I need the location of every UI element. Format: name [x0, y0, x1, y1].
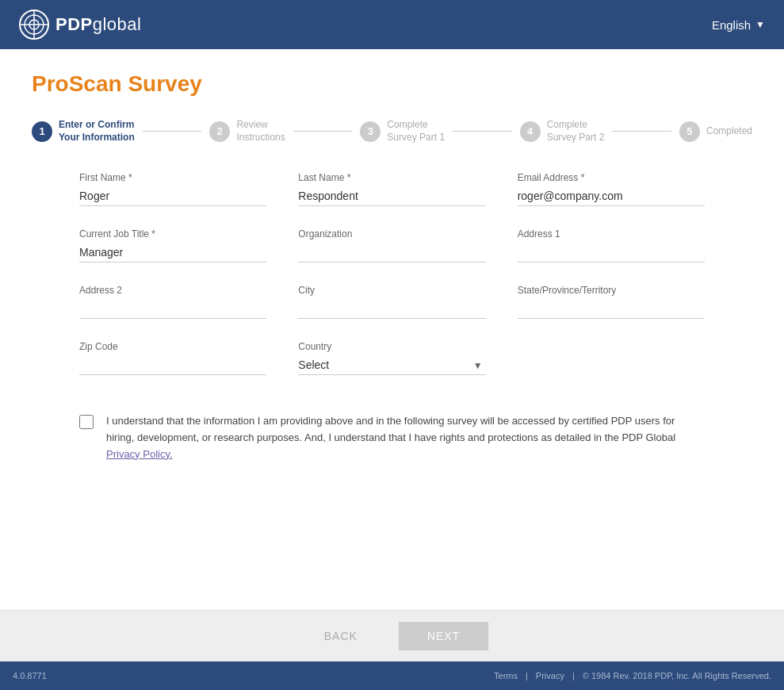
step-2: 2 ReviewInstructions — [209, 119, 285, 144]
next-button[interactable]: NEXT — [399, 622, 488, 650]
last-name-label: Last Name * — [298, 172, 485, 183]
pdp-logo-icon — [19, 10, 49, 40]
address1-field: Address 1 — [518, 228, 705, 263]
back-button[interactable]: BACK — [296, 622, 386, 650]
country-field: Country Select United States Canada Unit… — [298, 341, 485, 375]
step-connector-1 — [143, 131, 202, 132]
address2-label: Address 2 — [79, 285, 266, 296]
form-row-1: First Name * Last Name * Email Address * — [79, 172, 705, 206]
version-label: 4.0.8771 — [13, 671, 47, 680]
copyright-text: © 1984 Rev. 2018 PDP, Inc. All Rights Re… — [583, 671, 771, 680]
steps-container: 1 Enter or ConfirmYour Information 2 Rev… — [32, 119, 752, 144]
form-row-2: Current Job Title * Organization Address… — [79, 228, 705, 263]
last-name-input[interactable] — [298, 186, 485, 206]
step-2-label: ReviewInstructions — [236, 119, 285, 144]
organization-input[interactable] — [298, 243, 485, 263]
step-1-label: Enter or ConfirmYour Information — [59, 119, 135, 144]
job-title-input[interactable] — [79, 243, 266, 263]
step-4-label: CompleteSurvey Part 2 — [547, 119, 605, 144]
logo-text: PDPglobal — [55, 14, 141, 35]
zip-input[interactable] — [79, 355, 266, 375]
organization-field: Organization — [298, 228, 485, 263]
job-title-label: Current Job Title * — [79, 228, 266, 240]
consent-section: I understand that the information I am p… — [32, 397, 752, 478]
header: PDPglobal English ▼ — [0, 0, 784, 49]
country-select[interactable]: Select United States Canada United Kingd… — [298, 355, 485, 375]
step-3-circle: 3 — [360, 121, 381, 142]
address2-field: Address 2 — [79, 285, 266, 319]
first-name-field: First Name * — [79, 172, 266, 206]
privacy-policy-link[interactable]: Privacy Policy. — [106, 448, 173, 460]
step-5: 5 Completed — [679, 121, 752, 142]
state-field: State/Province/Territory — [518, 285, 705, 319]
consent-text: I understand that the information I am p… — [106, 413, 705, 462]
step-3-label: CompleteSurvey Part 1 — [387, 119, 445, 144]
zip-label: Zip Code — [79, 341, 266, 352]
first-name-label: First Name * — [79, 172, 266, 183]
language-selector[interactable]: English ▼ — [712, 18, 765, 32]
state-input[interactable] — [518, 299, 705, 319]
address2-input[interactable] — [79, 299, 266, 319]
empty-field — [518, 341, 705, 375]
email-input[interactable] — [518, 186, 705, 206]
last-name-field: Last Name * — [298, 172, 485, 206]
step-5-circle: 5 — [679, 121, 700, 142]
main-content: ProScan Survey 1 Enter or ConfirmYour In… — [0, 49, 784, 610]
city-field: City — [298, 285, 485, 319]
address1-label: Address 1 — [518, 228, 705, 240]
step-3: 3 CompleteSurvey Part 1 — [360, 119, 445, 144]
step-5-label: Completed — [706, 125, 752, 138]
bottom-footer: 4.0.8771 Terms | Privacy | © 1984 Rev. 2… — [0, 661, 784, 690]
button-bar: BACK NEXT — [0, 610, 784, 661]
city-input[interactable] — [298, 299, 485, 319]
privacy-link[interactable]: Privacy — [536, 671, 564, 680]
state-label: State/Province/Territory — [518, 285, 705, 296]
step-connector-2 — [293, 131, 353, 132]
step-1: 1 Enter or ConfirmYour Information — [32, 119, 135, 144]
organization-label: Organization — [298, 228, 485, 240]
consent-checkbox[interactable] — [79, 415, 94, 429]
form-row-4: Zip Code Country Select United States Ca… — [79, 341, 705, 375]
footer-links: Terms | Privacy | © 1984 Rev. 2018 PDP, … — [494, 671, 771, 680]
first-name-input[interactable] — [79, 186, 266, 206]
terms-link[interactable]: Terms — [494, 671, 518, 680]
step-4: 4 CompleteSurvey Part 2 — [520, 119, 605, 144]
form-section: First Name * Last Name * Email Address *… — [32, 172, 752, 375]
step-connector-4 — [612, 131, 671, 132]
email-label: Email Address * — [518, 172, 705, 183]
country-select-wrapper: Select United States Canada United Kingd… — [298, 355, 485, 375]
country-label: Country — [298, 341, 485, 352]
language-label: English — [712, 18, 751, 32]
step-connector-3 — [453, 131, 512, 132]
step-2-circle: 2 — [209, 121, 230, 142]
survey-title: ProScan Survey — [32, 71, 752, 97]
email-field: Email Address * — [518, 172, 705, 206]
job-title-field: Current Job Title * — [79, 228, 266, 263]
address1-input[interactable] — [518, 243, 705, 263]
step-1-circle: 1 — [32, 121, 52, 142]
zip-field: Zip Code — [79, 341, 266, 375]
step-4-circle: 4 — [520, 121, 541, 142]
city-label: City — [298, 285, 485, 296]
logo: PDPglobal — [19, 10, 141, 40]
form-row-3: Address 2 City State/Province/Territory — [79, 285, 705, 319]
chevron-down-icon: ▼ — [755, 19, 765, 30]
